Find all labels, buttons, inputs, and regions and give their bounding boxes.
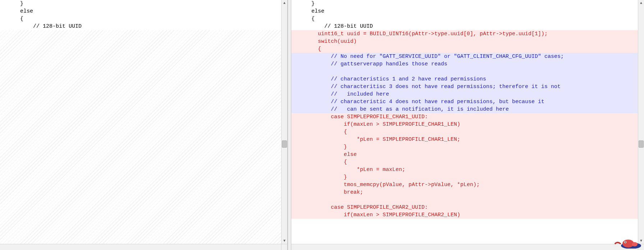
- left-vertical-scrollbar[interactable]: ▲ ▼: [281, 0, 287, 244]
- scroll-thumb[interactable]: [282, 140, 287, 148]
- scroll-up-icon[interactable]: ▲: [282, 0, 287, 6]
- code-line[interactable]: else: [0, 8, 281, 15]
- code-line[interactable]: {: [291, 15, 638, 23]
- code-line[interactable]: break;: [291, 189, 638, 196]
- code-line[interactable]: *pLen = maxLen;: [291, 166, 638, 173]
- code-line[interactable]: [291, 196, 638, 204]
- right-code-area[interactable]: } else { // 128-bit UUID uint16_t uuid =…: [291, 0, 638, 244]
- code-line[interactable]: else: [291, 151, 638, 158]
- code-line[interactable]: case SIMPLEPROFILE_CHAR1_UUID:: [291, 113, 638, 121]
- scroll-up-icon[interactable]: ▲: [638, 0, 644, 6]
- code-line[interactable]: // characteritisc 3 does not have read p…: [291, 83, 638, 91]
- code-line[interactable]: }: [291, 0, 638, 8]
- left-missing-hatch: [0, 30, 281, 244]
- right-vertical-scrollbar[interactable]: ▲ ▼: [638, 0, 644, 244]
- code-line[interactable]: // No need for "GATT_SERVICE_UUID" or "G…: [291, 53, 638, 60]
- left-horizontal-scrollbar[interactable]: [0, 244, 281, 250]
- scroll-down-icon[interactable]: ▼: [638, 238, 644, 244]
- code-line[interactable]: [291, 68, 638, 75]
- code-line[interactable]: switch(uuid): [291, 38, 638, 45]
- code-line[interactable]: if(maxLen > SIMPLEPROFILE_CHAR1_LEN): [291, 121, 638, 128]
- code-line[interactable]: {: [291, 45, 638, 53]
- scroll-track[interactable]: [639, 6, 644, 238]
- code-line[interactable]: case SIMPLEPROFILE_CHAR2_UUID:: [291, 204, 638, 211]
- code-line[interactable]: {: [291, 158, 638, 166]
- code-line[interactable]: {: [291, 128, 638, 136]
- code-line[interactable]: // included here: [291, 91, 638, 98]
- code-line[interactable]: *pLen = SIMPLEPROFILE_CHAR1_LEN;: [291, 136, 638, 143]
- code-line[interactable]: // characteristic 4 does not have read p…: [291, 98, 638, 106]
- scroll-corner: [281, 244, 287, 250]
- code-line[interactable]: // gattserverapp handles those reads: [291, 60, 638, 68]
- code-line[interactable]: }: [291, 173, 638, 181]
- left-pane: } else { // 128-bit UUID ▲ ▼: [0, 0, 288, 250]
- scroll-thumb[interactable]: [639, 140, 644, 148]
- code-line[interactable]: tmos_memcpy(pValue, pAttr->pValue, *pLen…: [291, 181, 638, 189]
- scroll-corner: [638, 244, 644, 250]
- scroll-track[interactable]: [282, 6, 287, 238]
- code-line[interactable]: else: [291, 8, 638, 15]
- code-line[interactable]: // characteristics 1 and 2 have read per…: [291, 75, 638, 83]
- code-line[interactable]: // 128-bit UUID: [291, 23, 638, 30]
- code-line[interactable]: {: [0, 15, 281, 23]
- code-line[interactable]: // 128-bit UUID: [0, 23, 281, 30]
- diff-viewer: } else { // 128-bit UUID ▲ ▼ } else { //…: [0, 0, 644, 250]
- right-horizontal-scrollbar[interactable]: [291, 244, 638, 250]
- pane-splitter[interactable]: [288, 0, 291, 250]
- code-line[interactable]: }: [0, 0, 281, 8]
- code-line[interactable]: if(maxLen > SIMPLEPROFILE_CHAR2_LEN): [291, 211, 638, 219]
- right-pane: } else { // 128-bit UUID uint16_t uuid =…: [291, 0, 644, 250]
- code-line[interactable]: }: [291, 143, 638, 151]
- code-line[interactable]: // can be sent as a notification, it is …: [291, 106, 638, 113]
- scroll-down-icon[interactable]: ▼: [282, 238, 287, 244]
- code-line[interactable]: uint16_t uuid = BUILD_UINT16(pAttr->type…: [291, 30, 638, 38]
